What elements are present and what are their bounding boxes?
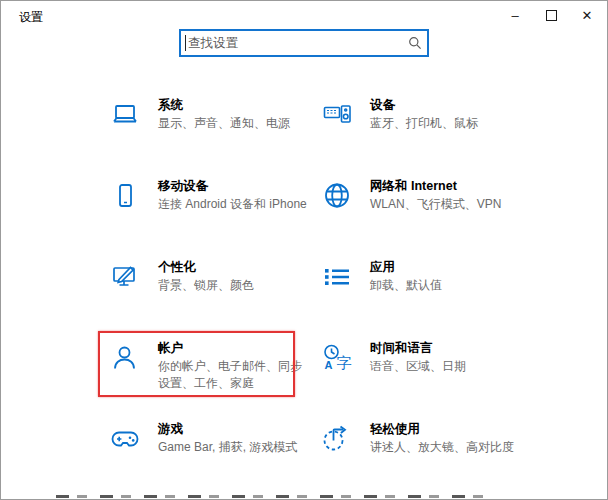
- tile-title: 系统: [158, 97, 308, 113]
- tile-ease-of-access[interactable]: 轻松使用 讲述人、放大镜、高对比度: [308, 415, 520, 496]
- tile-subtitle: 蓝牙、打印机、鼠标: [370, 115, 520, 132]
- minimize-icon: –: [511, 8, 518, 23]
- tile-title: 帐户: [158, 340, 308, 356]
- search-icon: [408, 36, 422, 50]
- tile-subtitle: WLAN、飞行模式、VPN: [370, 196, 520, 213]
- window-controls: – ✕: [497, 2, 605, 29]
- tile-title: 时间和语言: [370, 340, 520, 356]
- close-icon: ✕: [582, 8, 593, 23]
- tile-title: 个性化: [158, 259, 308, 275]
- search-box: [179, 29, 429, 57]
- tile-gaming[interactable]: 游戏 Game Bar, 捕获, 游戏模式: [96, 415, 308, 496]
- tile-subtitle: 连接 Android 设备和 iPhone: [158, 196, 308, 213]
- tile-title: 网络和 Internet: [370, 178, 520, 194]
- tile-title: 设备: [370, 97, 520, 113]
- tile-subtitle: 背景、锁屏、颜色: [158, 277, 308, 294]
- text-caret: [185, 35, 186, 51]
- tile-subtitle: Game Bar, 捕获, 游戏模式: [158, 439, 308, 456]
- category-grid: 系统 显示、声音、通知、电源 设备 蓝牙、打印机、鼠标: [96, 91, 522, 496]
- app-list-icon: [321, 259, 370, 334]
- person-icon: [109, 340, 158, 415]
- gamepad-icon: [109, 421, 158, 496]
- laptop-icon: [109, 97, 158, 172]
- tile-subtitle: 讲述人、放大镜、高对比度: [370, 439, 520, 456]
- tile-network[interactable]: 网络和 Internet WLAN、飞行模式、VPN: [308, 172, 520, 253]
- tile-subtitle: 你的帐户、电子邮件、同步设置、工作、家庭: [158, 358, 308, 392]
- tile-devices[interactable]: 设备 蓝牙、打印机、鼠标: [308, 91, 520, 172]
- tile-phone[interactable]: 移动设备 连接 Android 设备和 iPhone: [96, 172, 308, 253]
- search-input[interactable]: [179, 29, 429, 57]
- minimize-button[interactable]: –: [497, 2, 533, 29]
- tile-system[interactable]: 系统 显示、声音、通知、电源: [96, 91, 308, 172]
- globe-icon: [321, 178, 370, 253]
- clock-language-icon: A 字: [321, 340, 370, 415]
- maximize-button[interactable]: [533, 2, 569, 29]
- tile-title: 轻松使用: [370, 421, 520, 437]
- svg-text:字: 字: [337, 354, 352, 371]
- close-button[interactable]: ✕: [569, 2, 605, 29]
- window-title: 设置: [19, 9, 43, 26]
- tile-subtitle: 语音、区域、日期: [370, 358, 520, 375]
- tile-accounts[interactable]: 帐户 你的帐户、电子邮件、同步设置、工作、家庭: [96, 334, 308, 415]
- cropped-bottom-content: [56, 495, 486, 498]
- tile-apps[interactable]: 应用 卸载、默认值: [308, 253, 520, 334]
- tile-time-language[interactable]: A 字 时间和语言 语音、区域、日期: [308, 334, 520, 415]
- tile-title: 应用: [370, 259, 520, 275]
- ease-of-access-icon: [321, 421, 370, 496]
- settings-window: 设置 – ✕: [0, 0, 608, 500]
- titlebar: 设置 – ✕: [1, 1, 607, 31]
- maximize-icon: [546, 10, 557, 21]
- tile-title: 游戏: [158, 421, 308, 437]
- monitor-brush-icon: [109, 259, 158, 334]
- tile-personalization[interactable]: 个性化 背景、锁屏、颜色: [96, 253, 308, 334]
- keyboard-speaker-icon: [321, 97, 370, 172]
- phone-icon: [109, 178, 158, 253]
- tile-title: 移动设备: [158, 178, 308, 194]
- svg-text:A: A: [325, 359, 333, 371]
- tile-subtitle: 卸载、默认值: [370, 277, 520, 294]
- tile-subtitle: 显示、声音、通知、电源: [158, 115, 308, 132]
